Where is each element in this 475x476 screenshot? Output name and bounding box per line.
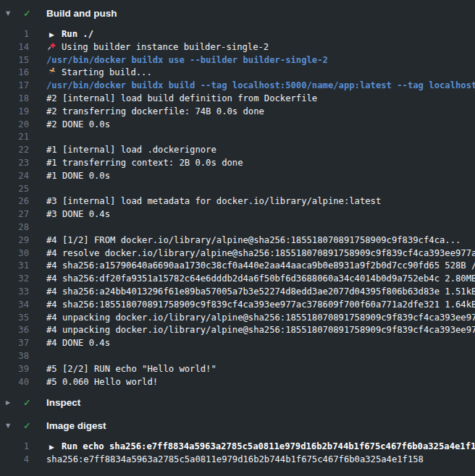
pushpin-icon <box>46 41 57 54</box>
log-text-content: #1 transferring context: 2B 0.0s done <box>46 158 243 168</box>
line-number[interactable]: 16 <box>0 67 29 80</box>
log-text-content: #4 [1/2] FROM docker.io/library/alpine@s… <box>46 235 461 245</box>
line-number[interactable]: 21 <box>0 131 29 144</box>
line-number[interactable]: 31 <box>0 260 29 273</box>
log-text: /usr/bin/docker buildx build --tag local… <box>46 80 475 93</box>
line-number[interactable]: 24 <box>0 170 29 183</box>
line-number[interactable]: 25 <box>0 183 29 196</box>
section-header-image-digest[interactable]: ▼✓Image digest <box>0 416 475 435</box>
log-line: 20#2 DONE 0.0s <box>0 119 475 132</box>
log-line: 32#4 sha256:df20fa9351a15782c64e6dddb2d4… <box>0 273 475 286</box>
log-line[interactable]: 1▶Run ./ <box>0 28 475 41</box>
log-line: 21 <box>0 131 475 144</box>
line-number[interactable]: 18 <box>0 93 29 106</box>
log-text-content: /usr/bin/docker buildx use --builder bui… <box>46 55 328 65</box>
line-number[interactable]: 40 <box>0 376 29 389</box>
log-line: 40#5 0.060 Hello world! <box>0 376 475 389</box>
log-line: 16Starting build... <box>0 67 475 80</box>
section-header-build-and-push[interactable]: ▼✓Build and push <box>0 4 475 22</box>
line-number[interactable]: 23 <box>0 157 29 170</box>
log-text-content: #2 transferring dockerfile: 74B 0.0s don… <box>46 106 264 116</box>
log-line: 17/usr/bin/docker buildx build --tag loc… <box>0 80 475 93</box>
log-lines-build-and-push: 1▶Run ./14Using builder instance builder… <box>0 22 475 393</box>
log-line: 23#1 transferring context: 2B 0.0s done <box>0 157 475 170</box>
log-text: #5 [2/2] RUN echo "Hello world!" <box>46 363 475 376</box>
log-text: #2 transferring dockerfile: 74B 0.0s don… <box>46 106 475 119</box>
chevron-right-icon[interactable]: ▶ <box>6 399 14 406</box>
log-line: 19#2 transferring dockerfile: 74B 0.0s d… <box>0 106 475 119</box>
log-text: #3 DONE 0.4s <box>46 208 475 221</box>
log-line: 14Using builder instance builder-single-… <box>0 41 475 54</box>
line-number[interactable]: 32 <box>0 273 29 286</box>
log-text-content: #3 [internal] load metadata for docker.i… <box>46 196 381 206</box>
line-number[interactable]: 20 <box>0 119 29 132</box>
log-text: #4 sha256:a15790640a6690aa1730c38cf0a440… <box>46 260 475 273</box>
log-line[interactable]: 1▶Run echo sha256:e7ff8834a5963a2785c5a0… <box>0 441 475 454</box>
log-text-content: #3 DONE 0.4s <box>46 209 110 219</box>
log-text: #4 DONE 0.4s <box>46 337 475 350</box>
line-number[interactable]: 1 <box>0 441 29 454</box>
log-text-content: /usr/bin/docker buildx build --tag local… <box>46 80 475 90</box>
log-text: #4 sha256:a24bb4013296f61e89ba57005a7b3e… <box>46 286 475 299</box>
log-line: 4sha256:e7ff8834a5963a2785c5a0811e979d16… <box>0 454 475 467</box>
line-number[interactable]: 15 <box>0 54 29 67</box>
line-number[interactable]: 28 <box>0 221 29 234</box>
log-text: #2 [internal] load build definition from… <box>46 93 475 106</box>
section-title: Image digest <box>46 420 106 431</box>
log-text: ▶Run echo sha256:e7ff8834a5963a2785c5a08… <box>46 441 475 454</box>
line-number[interactable]: 14 <box>0 41 29 54</box>
log-text-content: #4 sha256:a15790640a6690aa1730c38cf0a440… <box>46 260 475 271</box>
log-text: Using builder instance builder-single-2 <box>46 41 475 54</box>
log-line: 37#4 DONE 0.4s <box>0 337 475 350</box>
log-text: Starting build... <box>46 67 475 80</box>
play-icon[interactable]: ▶ <box>46 29 57 41</box>
log-line: 27#3 DONE 0.4s <box>0 208 475 221</box>
chevron-down-icon[interactable]: ▼ <box>6 10 14 17</box>
line-number[interactable]: 38 <box>0 350 29 363</box>
line-number[interactable]: 34 <box>0 299 29 312</box>
log-text-content: Starting build... <box>62 67 152 77</box>
log-text: #4 sha256:df20fa9351a15782c64e6dddb2d4a6… <box>46 273 475 286</box>
log-line: 31#4 sha256:a15790640a6690aa1730c38cf0a4… <box>0 260 475 273</box>
line-number[interactable]: 27 <box>0 208 29 221</box>
log-text: #4 [1/2] FROM docker.io/library/alpine@s… <box>46 234 475 247</box>
line-number[interactable]: 36 <box>0 324 29 337</box>
line-number[interactable]: 26 <box>0 195 29 208</box>
line-number[interactable]: 4 <box>0 454 29 467</box>
log-text-content: Using builder instance builder-single-2 <box>62 42 269 52</box>
section-title: Inspect <box>46 397 80 408</box>
log-text: #4 unpacking docker.io/library/alpine@sh… <box>46 324 475 337</box>
log-text-content: #5 [2/2] RUN echo "Hello world!" <box>46 364 217 374</box>
log-text <box>46 350 475 363</box>
line-number[interactable]: 39 <box>0 363 29 376</box>
play-icon[interactable]: ▶ <box>46 441 57 454</box>
log-line: 24#1 DONE 0.0s <box>0 170 475 183</box>
line-number[interactable]: 35 <box>0 312 29 325</box>
chevron-down-icon[interactable]: ▼ <box>6 422 14 429</box>
runner-icon <box>46 67 57 80</box>
log-text-content: Run echo sha256:e7ff8834a5963a2785c5a081… <box>62 441 475 451</box>
log-lines-image-digest: 1▶Run echo sha256:e7ff8834a5963a2785c5a0… <box>0 435 475 471</box>
line-number[interactable]: 17 <box>0 80 29 93</box>
log-line: 29#4 [1/2] FROM docker.io/library/alpine… <box>0 234 475 247</box>
line-number[interactable]: 22 <box>0 144 29 157</box>
log-text-content: #2 DONE 0.0s <box>46 119 110 129</box>
log-text-content: #4 sha256:185518070891758909c9f839cf4ca3… <box>46 299 475 310</box>
line-number[interactable]: 1 <box>0 28 29 41</box>
log-text <box>46 183 475 196</box>
line-number[interactable]: 19 <box>0 106 29 119</box>
line-number[interactable]: 30 <box>0 247 29 260</box>
log-text-content: #2 [internal] load build definition from… <box>46 93 317 103</box>
log-line: 39#5 [2/2] RUN echo "Hello world!" <box>0 363 475 376</box>
section-header-inspect[interactable]: ▶✓Inspect <box>0 393 475 412</box>
log-text: sha256:e7ff8834a5963a2785c5a0811e979d16b… <box>46 454 475 467</box>
line-number[interactable]: 29 <box>0 234 29 247</box>
workflow-log-viewer: ▼✓Build and push1▶Run ./14Using builder … <box>0 0 475 471</box>
log-text-content: #1 [internal] load .dockerignore <box>46 145 217 155</box>
log-text: #3 [internal] load metadata for docker.i… <box>46 195 475 208</box>
line-number[interactable]: 33 <box>0 286 29 299</box>
log-text: #1 [internal] load .dockerignore <box>46 144 475 157</box>
log-text-content: #1 DONE 0.0s <box>46 171 110 181</box>
line-number[interactable]: 37 <box>0 337 29 350</box>
log-line: 33#4 sha256:a24bb4013296f61e89ba57005a7b… <box>0 286 475 299</box>
